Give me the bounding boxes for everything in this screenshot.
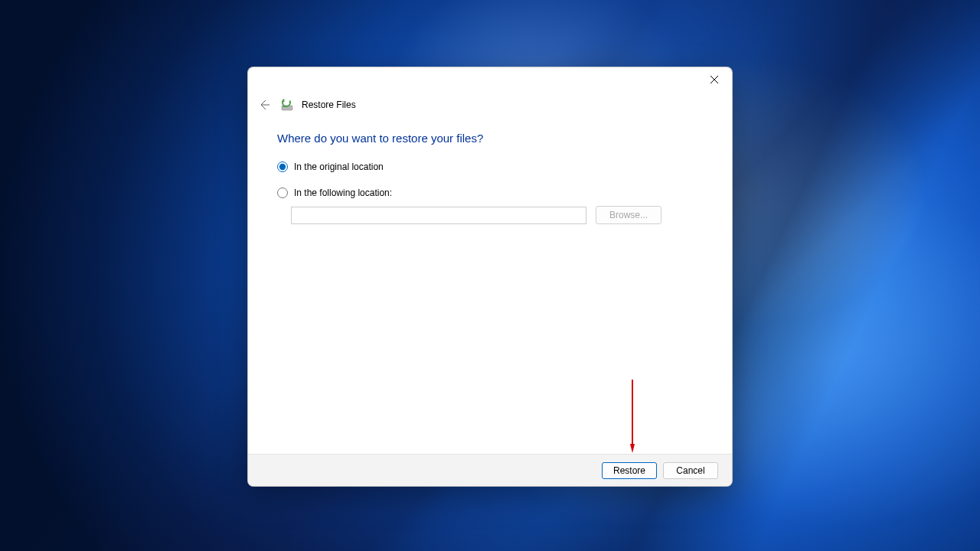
arrow-left-icon [258,99,270,111]
header-row: Restore Files [248,92,732,118]
restore-button[interactable]: Restore [602,462,657,479]
radio-original-input[interactable] [277,161,288,172]
browse-button[interactable]: Browse... [596,206,662,224]
cancel-button[interactable]: Cancel [663,462,718,479]
restore-files-dialog: Restore Files Where do you want to resto… [247,67,733,487]
close-icon [710,76,718,83]
back-button[interactable] [256,96,273,113]
dialog-content: Where do you want to restore your files?… [248,118,732,454]
custom-path-row: Browse... [291,206,703,224]
titlebar [248,67,732,92]
dialog-title: Restore Files [302,99,356,110]
radio-custom-label: In the following location: [294,187,392,198]
dialog-footer: Restore Cancel [248,454,732,486]
svg-point-2 [283,99,290,106]
close-button[interactable] [697,67,732,92]
radio-original-location[interactable]: In the original location [277,161,703,172]
radio-custom-location[interactable]: In the following location: [277,187,703,198]
page-heading: Where do you want to restore your files? [277,132,703,145]
restore-files-icon [280,98,294,112]
path-input[interactable] [291,207,586,224]
radio-custom-input[interactable] [277,187,288,198]
radio-original-label: In the original location [294,161,384,172]
